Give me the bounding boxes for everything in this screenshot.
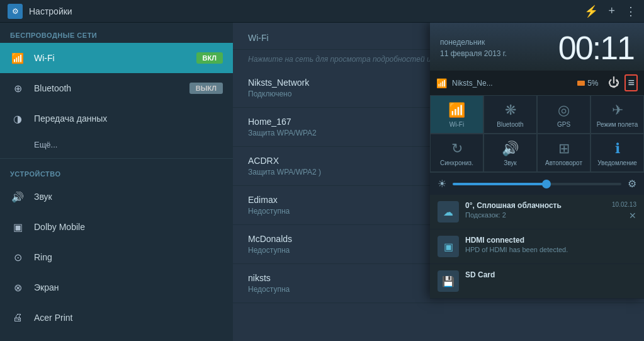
clock-date: понедельник 11 февраля 2013 г. xyxy=(440,37,507,59)
sidebar-item-print[interactable]: 🖨 Acer Print xyxy=(0,303,233,333)
hdmi-notif-icon: ▣ xyxy=(438,236,459,257)
toggle-wifi-label: Wi-Fi xyxy=(449,121,464,128)
section-wireless: БЕСПРОВОДНЫЕ СЕТИ xyxy=(0,23,233,43)
wifi-toggle[interactable]: ВКЛ xyxy=(196,52,223,64)
battery-indicator: 5% xyxy=(577,79,598,88)
bluetooth-label: Bluetooth xyxy=(34,83,189,93)
brightness-track[interactable] xyxy=(453,183,621,185)
sound-label: Звук xyxy=(34,192,223,202)
sidebar-item-ring[interactable]: ⊙ Ring xyxy=(0,242,233,272)
hdmi-notif-title: HDMI connected xyxy=(465,236,636,245)
sidebar-item-wifi[interactable]: 📶 Wi-Fi ВКЛ xyxy=(0,43,233,73)
hdmi-notif-desc: HPD of HDMI has been detected. xyxy=(465,246,636,253)
panel-status-bar: 📶 Niksts_Ne... 5% ⏻ ≡ xyxy=(430,71,644,95)
quick-toggles-grid: 📶 Wi-Fi ❋ Bluetooth ◎ GPS ✈ Режим полета… xyxy=(430,95,644,172)
notification-weather: ☁ 0°, Сплошная облачность Подсказок: 2 1… xyxy=(430,195,644,229)
weather-notif-content: 0°, Сплошная облачность Подсказок: 2 xyxy=(465,201,612,219)
weather-notif-desc: Подсказок: 2 xyxy=(465,211,612,219)
power-icon[interactable]: ⏻ xyxy=(608,76,619,90)
wifi-label: Wi-Fi xyxy=(34,53,196,63)
weather-notif-time: 10.02.13 xyxy=(612,201,636,208)
notification-hdmi: ▣ HDMI connected HPD of HDMI has been de… xyxy=(430,229,644,264)
dolby-icon: ▣ xyxy=(10,219,25,234)
toggle-notif-icon: ℹ xyxy=(615,141,620,157)
hdmi-notif-content: HDMI connected HPD of HDMI has been dete… xyxy=(465,236,636,253)
panel-settings-icon[interactable]: ≡ xyxy=(624,74,638,91)
sdcard-notif-title: SD Card xyxy=(465,270,636,279)
print-icon: 🖨 xyxy=(10,310,25,325)
toggle-notifications[interactable]: ℹ Уведомление xyxy=(590,134,644,172)
clock-area: понедельник 11 февраля 2013 г. 00:11 xyxy=(430,23,644,71)
brightness-thumb[interactable] xyxy=(542,180,551,188)
app-title: Настройки xyxy=(29,6,584,16)
toggle-sync-label: Синхрониз. xyxy=(440,159,473,166)
toggle-bluetooth-icon: ❋ xyxy=(505,102,516,118)
sdcard-notif-icon: 💾 xyxy=(438,270,459,292)
content-area: Wi-Fi Нажмите на сеть для просмотра подр… xyxy=(233,23,644,341)
weather-close-icon[interactable]: ✕ xyxy=(629,211,636,221)
overflow-menu-icon[interactable]: ⋮ xyxy=(625,4,636,18)
screen-icon: ⊗ xyxy=(10,280,25,295)
divider xyxy=(0,158,233,159)
weather-notif-icon: ☁ xyxy=(438,201,459,223)
toggle-rotate-icon: ⊞ xyxy=(558,141,570,157)
toggle-gps-icon: ◎ xyxy=(558,102,570,118)
toggle-notif-label: Уведомление xyxy=(597,159,637,166)
toggle-sound-label: Звук xyxy=(504,159,517,166)
lightning-icon[interactable]: ⚡ xyxy=(584,4,598,18)
toggle-wifi-icon: 📶 xyxy=(448,102,465,118)
sidebar-item-dolby[interactable]: ▣ Dolby Mobile xyxy=(0,212,233,242)
toggle-sound-icon: 🔊 xyxy=(502,141,519,157)
clock-time: 00:11 xyxy=(558,32,634,64)
bluetooth-icon: ⊕ xyxy=(10,81,25,96)
section-device: УСТРОЙСТВО xyxy=(0,161,233,182)
notification-panel: понедельник 11 февраля 2013 г. 00:11 📶 N… xyxy=(430,23,644,299)
panel-wifi-icon: 📶 xyxy=(436,78,447,88)
main-layout: БЕСПРОВОДНЫЕ СЕТИ 📶 Wi-Fi ВКЛ ⊕ Bluetoot… xyxy=(0,23,644,341)
toggle-sync[interactable]: ↻ Синхрониз. xyxy=(430,134,483,172)
brightness-row: ☀ ⚙ xyxy=(430,172,644,195)
ring-icon: ⊙ xyxy=(10,250,25,265)
battery-percent: 5% xyxy=(587,79,598,88)
weather-notif-meta: 10.02.13 ✕ xyxy=(612,201,636,221)
wifi-icon: 📶 xyxy=(10,50,25,66)
toggle-airplane-icon: ✈ xyxy=(612,102,623,118)
app-logo: ⚙ xyxy=(8,4,23,19)
dolby-label: Dolby Mobile xyxy=(34,222,223,232)
toggle-rotate[interactable]: ⊞ Автоповорот xyxy=(537,134,590,172)
battery-rect xyxy=(577,81,585,86)
sidebar-item-bluetooth[interactable]: ⊕ Bluetooth ВЫКЛ xyxy=(0,73,233,103)
top-bar: ⚙ Настройки ⚡ + ⋮ xyxy=(0,0,644,23)
sidebar-item-screen[interactable]: ⊗ Экран xyxy=(0,272,233,303)
top-bar-actions: ⚡ + ⋮ xyxy=(584,4,636,18)
print-label: Acer Print xyxy=(34,313,223,323)
panel-network-name: Niksts_Ne... xyxy=(452,79,572,88)
ring-label: Ring xyxy=(34,252,223,262)
sidebar-item-data[interactable]: ◑ Передача данных xyxy=(0,103,233,134)
bluetooth-toggle[interactable]: ВЫКЛ xyxy=(189,83,223,94)
brightness-low-icon: ☀ xyxy=(438,178,446,190)
notification-sdcard: 💾 SD Card xyxy=(430,264,644,299)
toggle-rotate-label: Автоповорот xyxy=(545,159,582,166)
toggle-bluetooth[interactable]: ❋ Bluetooth xyxy=(483,95,537,134)
data-icon: ◑ xyxy=(10,111,25,126)
toggle-gps-label: GPS xyxy=(557,121,570,128)
toggle-airplane[interactable]: ✈ Режим полета xyxy=(590,95,644,134)
sidebar-item-memory[interactable]: ≡ Память xyxy=(0,333,233,341)
sidebar-item-more[interactable]: Ещё... xyxy=(0,134,233,156)
brightness-settings-icon[interactable]: ⚙ xyxy=(628,178,636,190)
toggle-airplane-label: Режим полета xyxy=(597,121,638,128)
brightness-fill xyxy=(453,183,545,185)
toggle-sound[interactable]: 🔊 Звук xyxy=(483,134,537,172)
sidebar: БЕСПРОВОДНЫЕ СЕТИ 📶 Wi-Fi ВКЛ ⊕ Bluetoot… xyxy=(0,23,233,341)
toggle-wifi[interactable]: 📶 Wi-Fi xyxy=(430,95,483,134)
toggle-sync-icon: ↻ xyxy=(451,141,463,157)
sdcard-notif-content: SD Card xyxy=(465,270,636,280)
screen-label: Экран xyxy=(34,282,223,292)
toggle-gps[interactable]: ◎ GPS xyxy=(537,95,590,134)
add-icon[interactable]: + xyxy=(608,4,615,18)
toggle-bluetooth-label: Bluetooth xyxy=(497,121,523,128)
sidebar-item-sound[interactable]: 🔊 Звук xyxy=(0,182,233,212)
weather-notif-title: 0°, Сплошная облачность xyxy=(465,201,612,210)
data-label: Передача данных xyxy=(34,113,223,124)
